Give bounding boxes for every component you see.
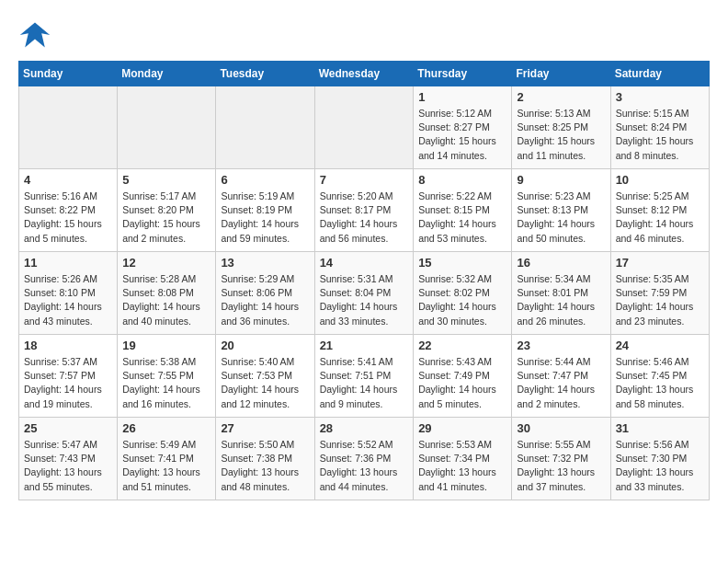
day-number: 10 (616, 173, 704, 187)
day-number: 24 (616, 339, 704, 352)
calendar-table: SundayMondayTuesdayWednesdayThursdayFrid… (18, 61, 710, 500)
calendar-cell (118, 86, 216, 169)
day-info: Sunrise: 5:19 AM Sunset: 8:19 PM Dayligh… (221, 190, 309, 246)
calendar-cell: 2Sunrise: 5:13 AM Sunset: 8:25 PM Daylig… (512, 86, 610, 169)
calendar-cell: 13Sunrise: 5:29 AM Sunset: 8:06 PM Dayli… (216, 252, 314, 335)
calendar-cell: 17Sunrise: 5:35 AM Sunset: 7:59 PM Dayli… (610, 252, 709, 335)
calendar-cell: 27Sunrise: 5:50 AM Sunset: 7:38 PM Dayli… (216, 418, 314, 500)
calendar-cell: 19Sunrise: 5:38 AM Sunset: 7:55 PM Dayli… (118, 335, 216, 418)
day-info: Sunrise: 5:34 AM Sunset: 8:01 PM Dayligh… (517, 272, 605, 328)
day-info: Sunrise: 5:40 AM Sunset: 7:53 PM Dayligh… (221, 355, 309, 411)
calendar-cell: 6Sunrise: 5:19 AM Sunset: 8:19 PM Daylig… (216, 169, 314, 252)
calendar-cell: 23Sunrise: 5:44 AM Sunset: 7:47 PM Dayli… (512, 335, 610, 418)
day-info: Sunrise: 5:29 AM Sunset: 8:06 PM Dayligh… (221, 272, 309, 328)
day-info: Sunrise: 5:41 AM Sunset: 7:51 PM Dayligh… (320, 355, 409, 411)
calendar-week-row: 25Sunrise: 5:47 AM Sunset: 7:43 PM Dayli… (19, 418, 710, 500)
calendar-cell: 5Sunrise: 5:17 AM Sunset: 8:20 PM Daylig… (118, 169, 216, 252)
day-info: Sunrise: 5:13 AM Sunset: 8:25 PM Dayligh… (517, 107, 605, 163)
day-number: 31 (616, 421, 704, 435)
calendar-week-row: 18Sunrise: 5:37 AM Sunset: 7:57 PM Dayli… (19, 335, 710, 418)
day-number: 22 (418, 339, 506, 352)
weekday-header: Friday (512, 62, 610, 86)
calendar-cell: 25Sunrise: 5:47 AM Sunset: 7:43 PM Dayli… (19, 418, 118, 500)
day-number: 5 (122, 173, 210, 187)
weekday-header: Tuesday (216, 62, 314, 86)
calendar-cell: 16Sunrise: 5:34 AM Sunset: 8:01 PM Dayli… (512, 252, 610, 335)
calendar-cell: 11Sunrise: 5:26 AM Sunset: 8:10 PM Dayli… (19, 252, 118, 335)
day-info: Sunrise: 5:32 AM Sunset: 8:02 PM Dayligh… (418, 272, 506, 328)
day-info: Sunrise: 5:53 AM Sunset: 7:34 PM Dayligh… (418, 438, 506, 494)
day-info: Sunrise: 5:17 AM Sunset: 8:20 PM Dayligh… (122, 190, 210, 246)
calendar-cell: 22Sunrise: 5:43 AM Sunset: 7:49 PM Dayli… (414, 335, 512, 418)
day-number: 13 (221, 256, 309, 270)
logo-icon (18, 18, 51, 52)
weekday-header: Monday (118, 62, 216, 86)
calendar-cell: 18Sunrise: 5:37 AM Sunset: 7:57 PM Dayli… (19, 335, 118, 418)
day-number: 19 (122, 339, 210, 352)
day-number: 7 (320, 173, 409, 187)
day-info: Sunrise: 5:55 AM Sunset: 7:32 PM Dayligh… (517, 438, 605, 494)
day-info: Sunrise: 5:50 AM Sunset: 7:38 PM Dayligh… (221, 438, 309, 494)
calendar-cell: 1Sunrise: 5:12 AM Sunset: 8:27 PM Daylig… (414, 86, 512, 169)
calendar-cell: 4Sunrise: 5:16 AM Sunset: 8:22 PM Daylig… (19, 169, 118, 252)
calendar-cell: 28Sunrise: 5:52 AM Sunset: 7:36 PM Dayli… (314, 418, 414, 500)
day-number: 20 (221, 339, 309, 352)
day-info: Sunrise: 5:15 AM Sunset: 8:24 PM Dayligh… (616, 107, 704, 163)
day-info: Sunrise: 5:38 AM Sunset: 7:55 PM Dayligh… (122, 355, 210, 411)
calendar-cell: 20Sunrise: 5:40 AM Sunset: 7:53 PM Dayli… (216, 335, 314, 418)
day-info: Sunrise: 5:46 AM Sunset: 7:45 PM Dayligh… (616, 355, 704, 411)
calendar-cell: 30Sunrise: 5:55 AM Sunset: 7:32 PM Dayli… (512, 418, 610, 500)
day-info: Sunrise: 5:52 AM Sunset: 7:36 PM Dayligh… (320, 438, 409, 494)
day-info: Sunrise: 5:26 AM Sunset: 8:10 PM Dayligh… (24, 272, 112, 328)
day-info: Sunrise: 5:56 AM Sunset: 7:30 PM Dayligh… (616, 438, 704, 494)
day-info: Sunrise: 5:23 AM Sunset: 8:13 PM Dayligh… (517, 190, 605, 246)
day-number: 29 (418, 421, 506, 435)
day-info: Sunrise: 5:31 AM Sunset: 8:04 PM Dayligh… (320, 272, 409, 328)
calendar-week-row: 1Sunrise: 5:12 AM Sunset: 8:27 PM Daylig… (19, 86, 710, 169)
calendar-cell: 31Sunrise: 5:56 AM Sunset: 7:30 PM Dayli… (610, 418, 709, 500)
calendar-cell: 14Sunrise: 5:31 AM Sunset: 8:04 PM Dayli… (314, 252, 414, 335)
calendar-week-row: 4Sunrise: 5:16 AM Sunset: 8:22 PM Daylig… (19, 169, 710, 252)
weekday-header: Saturday (610, 62, 709, 86)
day-number: 16 (517, 256, 605, 270)
day-number: 15 (418, 256, 506, 270)
day-number: 3 (616, 90, 704, 104)
calendar-cell: 12Sunrise: 5:28 AM Sunset: 8:08 PM Dayli… (118, 252, 216, 335)
day-info: Sunrise: 5:49 AM Sunset: 7:41 PM Dayligh… (122, 438, 210, 494)
calendar-cell: 29Sunrise: 5:53 AM Sunset: 7:34 PM Dayli… (414, 418, 512, 500)
day-number: 27 (221, 421, 309, 435)
day-info: Sunrise: 5:37 AM Sunset: 7:57 PM Dayligh… (24, 355, 112, 411)
day-info: Sunrise: 5:44 AM Sunset: 7:47 PM Dayligh… (517, 355, 605, 411)
day-number: 6 (221, 173, 309, 187)
day-number: 9 (517, 173, 605, 187)
day-number: 30 (517, 421, 605, 435)
calendar-cell: 15Sunrise: 5:32 AM Sunset: 8:02 PM Dayli… (414, 252, 512, 335)
day-info: Sunrise: 5:43 AM Sunset: 7:49 PM Dayligh… (418, 355, 506, 411)
day-info: Sunrise: 5:28 AM Sunset: 8:08 PM Dayligh… (122, 272, 210, 328)
day-number: 4 (24, 173, 112, 187)
day-info: Sunrise: 5:22 AM Sunset: 8:15 PM Dayligh… (418, 190, 506, 246)
page-header (18, 18, 710, 52)
calendar-week-row: 11Sunrise: 5:26 AM Sunset: 8:10 PM Dayli… (19, 252, 710, 335)
day-number: 23 (517, 339, 605, 352)
calendar-cell: 10Sunrise: 5:25 AM Sunset: 8:12 PM Dayli… (610, 169, 709, 252)
calendar-cell: 3Sunrise: 5:15 AM Sunset: 8:24 PM Daylig… (610, 86, 709, 169)
weekday-header: Thursday (414, 62, 512, 86)
day-number: 12 (122, 256, 210, 270)
calendar-header-row: SundayMondayTuesdayWednesdayThursdayFrid… (19, 62, 710, 86)
day-number: 8 (418, 173, 506, 187)
day-info: Sunrise: 5:25 AM Sunset: 8:12 PM Dayligh… (616, 190, 704, 246)
calendar-cell: 21Sunrise: 5:41 AM Sunset: 7:51 PM Dayli… (314, 335, 414, 418)
day-info: Sunrise: 5:16 AM Sunset: 8:22 PM Dayligh… (24, 190, 112, 246)
calendar-cell (216, 86, 314, 169)
calendar-body: 1Sunrise: 5:12 AM Sunset: 8:27 PM Daylig… (19, 86, 710, 500)
day-number: 11 (24, 256, 112, 270)
calendar-cell: 24Sunrise: 5:46 AM Sunset: 7:45 PM Dayli… (610, 335, 709, 418)
day-number: 25 (24, 421, 112, 435)
day-info: Sunrise: 5:35 AM Sunset: 7:59 PM Dayligh… (616, 272, 704, 328)
calendar-cell: 26Sunrise: 5:49 AM Sunset: 7:41 PM Dayli… (118, 418, 216, 500)
day-info: Sunrise: 5:47 AM Sunset: 7:43 PM Dayligh… (24, 438, 112, 494)
logo (18, 18, 57, 52)
svg-marker-0 (20, 23, 50, 48)
calendar-cell (19, 86, 118, 169)
